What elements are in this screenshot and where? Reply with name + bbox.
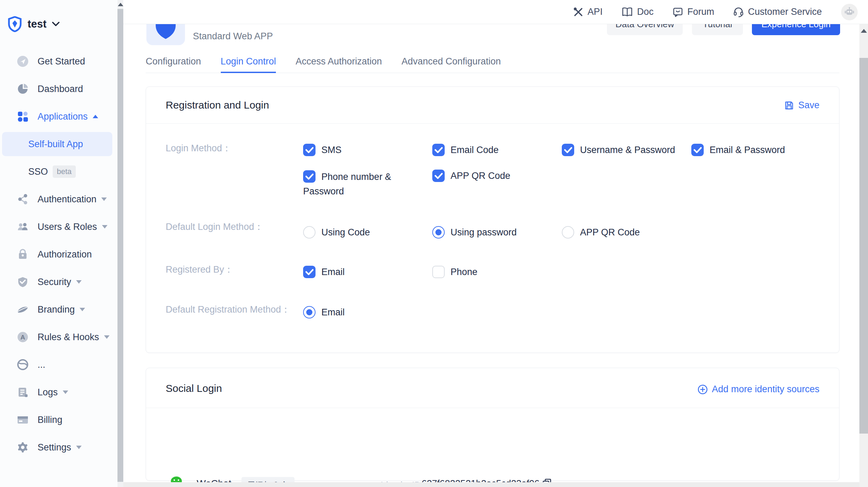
scroll-up-arrow[interactable] — [861, 29, 867, 33]
checkbox-email-password[interactable]: Email & Password — [691, 144, 785, 156]
card-header: Registration and Login Save — [146, 87, 839, 124]
sidebar-item-settings[interactable]: Settings — [0, 434, 117, 461]
nav-customer-service[interactable]: Customer Service — [733, 7, 822, 17]
sidebar-item-rules-hooks[interactable]: A Rules & Hooks — [0, 323, 117, 351]
radio-app-qr-code[interactable]: APP QR Code — [562, 226, 640, 239]
sidebar-item-more[interactable]: ... — [0, 351, 117, 378]
checkbox-checked-icon[interactable] — [303, 170, 316, 183]
scrollbar-thumb[interactable] — [117, 9, 123, 482]
chevron-down-icon — [52, 22, 60, 27]
radio-registration-email[interactable]: Email — [303, 306, 345, 318]
sidebar-item-label: Applications — [38, 111, 88, 122]
sidebar-item-label: Authentication — [38, 194, 96, 205]
sidebar-item-label: Dashboard — [38, 84, 83, 94]
wechat-row[interactable]: WeChat 已添加 2 个 Identity ID： 627f6822521b… — [146, 408, 839, 481]
nav-api[interactable]: API — [573, 7, 603, 17]
sidebar-item-billing[interactable]: Billing — [0, 406, 117, 434]
workspace-name: test — [28, 18, 46, 30]
checkbox-sms[interactable]: SMS — [303, 144, 342, 156]
tab-advanced-configuration[interactable]: Advanced Configuration — [402, 51, 501, 73]
sidebar-item-branding[interactable]: Branding — [0, 296, 117, 323]
save-icon — [784, 101, 794, 110]
sidebar-item-label: Users & Roles — [38, 222, 97, 232]
sidebar-item-users-roles[interactable]: Users & Roles — [0, 213, 117, 241]
checkbox-label: Email Code — [451, 145, 499, 155]
sidebar-item-label: SSO — [28, 166, 48, 177]
tab-configuration[interactable]: Configuration — [146, 51, 201, 73]
save-label: Save — [798, 100, 819, 111]
checkbox-checked-icon[interactable] — [432, 144, 445, 156]
default-registration-method-label: Default Registration Method： — [166, 303, 290, 316]
main-scrollbar[interactable] — [859, 24, 868, 487]
sidebar-item-get-started[interactable]: Get Started — [0, 48, 117, 75]
tab-login-control[interactable]: Login Control — [221, 51, 276, 73]
rule-a-icon: A — [17, 331, 29, 343]
top-navigation-bar: API Doc Forum Customer Service — [123, 0, 868, 24]
sidebar-item-authorization[interactable]: Authorization — [0, 241, 117, 268]
sidebar-item-label: Logs — [38, 387, 58, 398]
checkbox-phone-number-password[interactable]: Phone number & Password — [303, 170, 420, 199]
add-identity-sources-button[interactable]: Add more identity sources — [698, 384, 819, 395]
caret-down-icon — [80, 308, 85, 311]
checkbox-registered-phone[interactable]: Phone — [432, 266, 477, 278]
save-button[interactable]: Save — [784, 100, 819, 111]
checkbox-label: Email & Password — [710, 145, 785, 155]
nav-forum[interactable]: Forum — [673, 7, 714, 17]
workspace-switcher[interactable]: test — [8, 14, 60, 34]
forum-chat-icon — [673, 7, 683, 17]
sidebar-item-self-built-app[interactable]: Self-built App — [0, 130, 117, 158]
sidebar-item-dashboard[interactable]: Dashboard — [0, 75, 117, 103]
radio-unselected-icon[interactable] — [303, 226, 316, 239]
add-identity-sources-label: Add more identity sources — [712, 384, 819, 395]
applications-icon — [17, 110, 29, 123]
sidebar-item-label: Rules & Hooks — [38, 332, 99, 343]
nav-doc-label: Doc — [637, 7, 653, 17]
sidebar-item-authentication[interactable]: Authentication — [0, 185, 117, 213]
sidebar-item-label: Branding — [38, 304, 75, 315]
brush-icon — [17, 303, 29, 316]
sidebar-item-label: Self-built App — [28, 139, 83, 150]
checkbox-app-qr-code[interactable]: APP QR Code — [432, 170, 510, 182]
nav-api-label: API — [588, 7, 603, 17]
checkbox-email-code[interactable]: Email Code — [432, 144, 499, 156]
checkbox-label: Phone number & Password — [303, 172, 391, 196]
sidebar-menu: Get Started Dashboard Applications Self-… — [0, 48, 117, 461]
checkbox-checked-icon[interactable] — [562, 144, 574, 156]
caret-down-icon — [76, 446, 82, 449]
share-icon — [17, 193, 29, 205]
gear-icon — [17, 441, 29, 454]
radio-using-code[interactable]: Using Code — [303, 226, 370, 239]
radio-using-password[interactable]: Using password — [432, 226, 517, 239]
user-avatar[interactable] — [841, 4, 858, 20]
nav-customer-service-label: Customer Service — [748, 7, 822, 17]
radio-unselected-icon[interactable] — [562, 226, 574, 239]
sidebar-item-label: Get Started — [38, 56, 85, 67]
sidebar-scrollbar[interactable] — [117, 0, 123, 487]
robot-icon — [844, 7, 855, 18]
nav-doc[interactable]: Doc — [622, 7, 653, 17]
checkbox-checked-icon[interactable] — [432, 170, 445, 182]
card-title: Registration and Login — [166, 99, 269, 111]
radio-selected-icon[interactable] — [432, 226, 445, 239]
beta-badge: beta — [53, 165, 76, 178]
checkbox-checked-icon[interactable] — [303, 144, 316, 156]
checkbox-username-password[interactable]: Username & Password — [562, 144, 675, 156]
tab-access-authorization[interactable]: Access Authorization — [296, 51, 382, 73]
checkbox-checked-icon[interactable] — [691, 144, 704, 156]
scrollbar-thumb[interactable] — [859, 58, 868, 434]
caret-down-icon — [102, 225, 107, 229]
users-icon — [17, 221, 29, 233]
login-method-label: Login Method： — [166, 142, 231, 154]
scroll-up-arrow[interactable] — [118, 3, 123, 6]
sidebar-item-security[interactable]: Security — [0, 268, 117, 296]
headset-icon — [733, 7, 744, 17]
sidebar: test Get Started Dashboard Applications … — [0, 0, 117, 487]
sidebar-item-sso[interactable]: SSO beta — [0, 158, 117, 185]
sidebar-item-logs[interactable]: Logs — [0, 378, 117, 406]
radio-selected-icon[interactable] — [303, 306, 316, 318]
checkbox-registered-email[interactable]: Email — [303, 266, 345, 278]
sidebar-item-applications[interactable]: Applications — [0, 103, 117, 130]
checkbox-unchecked-icon[interactable] — [432, 266, 445, 278]
checkbox-checked-icon[interactable] — [303, 266, 316, 278]
tab-bar: Configuration Login Control Access Autho… — [146, 51, 839, 73]
